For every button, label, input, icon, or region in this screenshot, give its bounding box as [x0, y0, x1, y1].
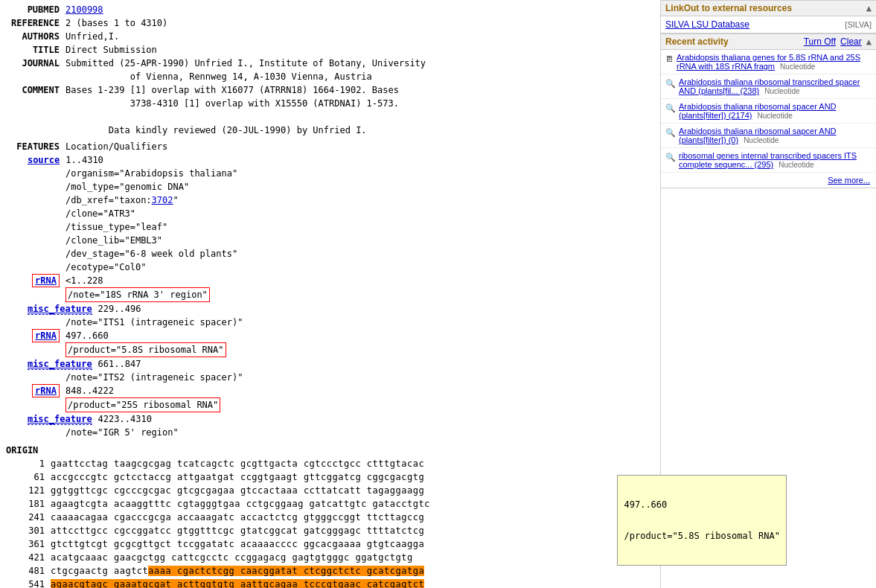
journal-row: JOURNAL Submitted (25-APR-1990) Unfried …: [6, 57, 654, 83]
origin-header-row: ORIGIN: [6, 444, 654, 457]
activity-badge-5: Nucleotide: [779, 161, 813, 169]
search-icon-2: 🔍: [665, 79, 676, 89]
turn-off-button[interactable]: Turn Off: [804, 36, 836, 47]
activity-link-5[interactable]: ribosomal genes internal transcribed spa…: [679, 151, 857, 169]
authors-label: AUTHORS: [6, 30, 65, 43]
rrna1-qual-row: /note="18S rRNA 3' region": [6, 287, 654, 302]
source-key-col: source: [6, 153, 65, 167]
title-label: TITLE: [6, 43, 65, 57]
misc1-qual-row: /note="ITS1 (intrageneic spacer)": [6, 316, 654, 329]
misc3-qual-row: /note="IGR 5' region": [6, 426, 654, 439]
features-section: FEATURES Location/Qualifiers source 1..4…: [6, 140, 654, 439]
title-row: TITLE Direct Submission: [6, 43, 654, 57]
reference-label: REFERENCE: [6, 16, 65, 30]
activity-text-5: ribosomal genes internal transcribed spa…: [679, 151, 872, 169]
seq-line-1: 1 gaattcctag taagcgcgag tcatcagctc gcgtt…: [6, 457, 654, 470]
source-qual-tissue: /tissue_type="leaf": [6, 220, 654, 234]
activity-item-5: 🔍 ribosomal genes internal transcribed s…: [661, 148, 876, 173]
journal-label: JOURNAL: [6, 57, 65, 83]
activity-text-4: Arabidopsis thaliana ribosomal sapcer AN…: [679, 127, 872, 144]
activity-link-1[interactable]: Arabidopsis thaliana genes for 5.8S rRNA…: [677, 53, 860, 71]
linkout-header: LinkOut to external resources ▲: [661, 0, 876, 16]
activity-item-1: 🖹 Arabidopsis thaliana genes for 5.8S rR…: [661, 50, 876, 74]
seq-line-61: 61 accgcccgtc gctcctaccg attgaatgat ccgg…: [6, 470, 654, 484]
seq-line-181: 181 agaagtcgta acaaggtttc cgtagggtgaa cc…: [6, 497, 654, 511]
activity-item-2: 🔍 Arabidopsis thaliana ribosomal transcr…: [661, 74, 876, 99]
authors-row: AUTHORS Unfried,I.: [6, 30, 654, 43]
seq-line-361: 361 gtcttgtcgt gcgcgttgct tccggatatc aca…: [6, 537, 654, 551]
source-value: 1..4310: [65, 153, 103, 167]
rrna2-qual-row: /product="5.8S ribosomal RNA": [6, 342, 654, 357]
misc3-type[interactable]: misc_feature: [28, 414, 92, 425]
source-row: source 1..4310: [6, 153, 654, 167]
source-qual-organism: /organism="Arabidopsis thaliana": [6, 167, 654, 180]
clear-button[interactable]: Clear: [840, 36, 862, 47]
seq-line-421: 421 acatgcaaac gaacgctgg cattcgcctc ccgg…: [6, 551, 654, 564]
seq-line-481: 481 ctgcgaactg aagtctaaaa cgactctcgg caa…: [6, 564, 654, 578]
features-label: FEATURES: [6, 140, 65, 153]
tooltip-popup: 497..660 /product="5.8S ribosomal RNA": [617, 475, 787, 566]
silva-row: SILVA LSU Database [SILVA]: [661, 16, 876, 33]
source-qual-devstage: /dev_stage="6-8 week old plants": [6, 247, 654, 261]
features-location-qualifier: Location/Qualifiers: [65, 140, 167, 153]
activity-badge-1: Nucleotide: [780, 63, 815, 71]
source-label[interactable]: source: [28, 155, 60, 165]
misc2-type[interactable]: misc_feature: [28, 359, 92, 370]
rrna1-type[interactable]: rRNA: [32, 274, 60, 287]
recent-activity-section: Recent activity Turn Off Clear ▲ 🖹 Arabi…: [661, 33, 876, 188]
misc3-row: misc_feature 4223..4310: [6, 412, 654, 426]
title-value: Direct Submission: [65, 43, 157, 57]
linkout-title: LinkOut to external resources: [665, 3, 792, 13]
activity-text-2: Arabidopsis thaliana ribosomal transcrib…: [679, 77, 872, 95]
journal-value: Submitted (25-APR-1990) Unfried I., Inst…: [65, 57, 426, 83]
rrna3-qual-row: /product="25S ribosomal RNA": [6, 397, 654, 412]
recent-activity-header: Recent activity Turn Off Clear ▲: [661, 33, 876, 50]
source-qual-clonelib: /clone_lib="EMBL3": [6, 234, 654, 247]
seq-line-241: 241 caaaacagaa cgacccgcga accaaagatc acc…: [6, 511, 654, 524]
source-qual-dbxref: /db_xref="taxon:3702": [6, 194, 654, 207]
activity-item-4: 🔍 Arabidopsis thaliana ribosomal sapcer …: [661, 124, 876, 148]
recent-activity-title: Recent activity: [665, 36, 729, 47]
activity-badge-2: Nucleotide: [764, 87, 799, 95]
seq-line-121: 121 ggtggttcgc cgcccgcgac gtcgcgagaa gtc…: [6, 484, 654, 497]
comment-row: COMMENT Bases 1-239 [1] overlap with X16…: [6, 83, 654, 137]
pubmed-label: PUBMED: [6, 3, 65, 16]
sidebar: LinkOut to external resources ▲ SILVA LS…: [660, 0, 876, 588]
main-content: PUBMED 2100998 REFERENCE 2 (bases 1 to 4…: [0, 0, 660, 588]
doc-icon: 🖹: [665, 54, 674, 63]
silva-badge: [SILVA]: [845, 20, 872, 29]
rrna3-row: rRNA 848..4222: [6, 384, 654, 397]
rrna3-type[interactable]: rRNA: [32, 384, 60, 397]
see-more-link[interactable]: See more...: [828, 176, 870, 185]
reference-value: 2 (bases 1 to 4310): [65, 16, 167, 30]
activity-badge-3: Nucleotide: [758, 112, 793, 120]
pubmed-link[interactable]: 2100998: [65, 4, 103, 15]
source-qual-ecotype: /ecotype="Col0": [6, 261, 654, 274]
misc1-row: misc_feature 229..496: [6, 302, 654, 316]
see-more-row: See more...: [661, 173, 876, 188]
rrna1-row: rRNA <1..228: [6, 274, 654, 287]
activity-item-3: 🔍 Arabidopsis thaliana ribosomal spacer …: [661, 99, 876, 124]
pubmed-value: 2100998: [65, 3, 103, 16]
reference-row: REFERENCE 2 (bases 1 to 4310): [6, 16, 654, 30]
search-icon-4: 🔍: [665, 128, 676, 138]
linkout-section: LinkOut to external resources ▲ SILVA LS…: [661, 0, 876, 33]
rrna2-type[interactable]: rRNA: [32, 329, 60, 342]
tooltip-line2: /product="5.8S ribosomal RNA": [624, 531, 780, 541]
silva-link[interactable]: SILVA LSU Database: [665, 19, 749, 30]
search-icon-3: 🔍: [665, 103, 676, 113]
seq-line-301: 301 attccttgcc cgccggatcc gtggtttcgc gta…: [6, 524, 654, 537]
taxon-link[interactable]: 3702: [152, 195, 173, 205]
recent-activity-expand-icon[interactable]: ▲: [866, 36, 872, 47]
meta-table: PUBMED 2100998 REFERENCE 2 (bases 1 to 4…: [6, 3, 654, 137]
misc1-type[interactable]: misc_feature: [28, 304, 92, 315]
search-icon-5: 🔍: [665, 153, 676, 162]
misc2-row: misc_feature 661..847: [6, 357, 654, 371]
linkout-expand-icon[interactable]: ▲: [866, 3, 872, 13]
activity-badge-4: Nucleotide: [744, 136, 779, 144]
source-qual-clone: /clone="ATR3": [6, 207, 654, 220]
rrna2-row: rRNA 497..660: [6, 329, 654, 342]
activity-text-1: Arabidopsis thaliana genes for 5.8S rRNA…: [677, 53, 872, 71]
seq-line-541: 541 agaacgtagc gaaatgcgat acttggtgtg aat…: [6, 578, 654, 588]
tooltip-line1: 497..660: [624, 499, 780, 510]
